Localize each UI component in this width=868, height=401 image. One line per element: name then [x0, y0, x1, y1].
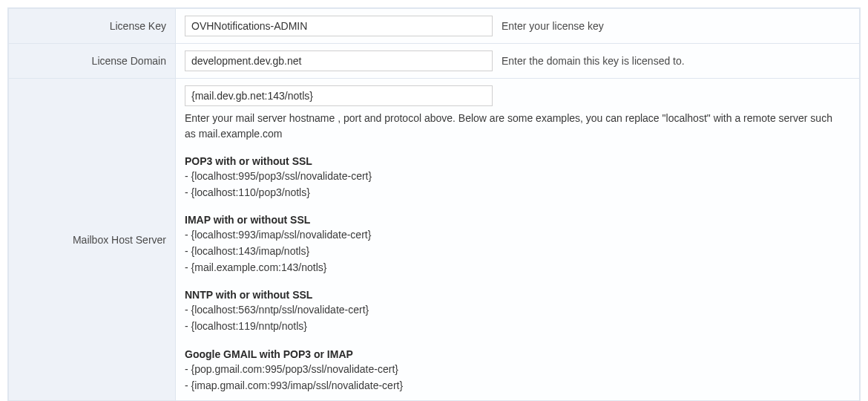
section-nntp: NNTP with or without SSL - {localhost:56… — [185, 289, 850, 334]
section-title: Google GMAIL with POP3 or IMAP — [185, 348, 850, 360]
hint-license-key: Enter your license key — [502, 20, 604, 32]
section-title: NNTP with or without SSL — [185, 289, 850, 301]
license-key-input[interactable] — [185, 16, 493, 36]
row-license-domain: License Domain Enter the domain this key… — [9, 44, 860, 79]
mailbox-help-text: Enter your mail server hostname , port a… — [185, 111, 845, 142]
example-line: - {imap.gmail.com:993/imap/ssl/novalidat… — [185, 378, 850, 394]
example-line: - {localhost:563/nntp/ssl/novalidate-cer… — [185, 302, 850, 319]
section-title: POP3 with or without SSL — [185, 155, 850, 167]
license-domain-input[interactable] — [185, 50, 493, 71]
section-title: IMAP with or without SSL — [185, 214, 850, 226]
section-imap: IMAP with or without SSL - {localhost:99… — [185, 214, 850, 276]
example-line: - {localhost:995/pop3/ssl/novalidate-cer… — [185, 169, 850, 185]
example-line: - {localhost:119/nntp/notls} — [185, 319, 850, 335]
example-line: - {localhost:993/imap/ssl/novalidate-cer… — [185, 227, 850, 244]
mailbox-host-input[interactable] — [185, 85, 493, 106]
section-gmail: Google GMAIL with POP3 or IMAP - {pop.gm… — [185, 348, 850, 394]
example-line: - {localhost:110/pop3/notls} — [185, 185, 850, 201]
hint-license-domain: Enter the domain this key is licensed to… — [502, 55, 685, 67]
row-license-key: License Key Enter your license key — [9, 9, 860, 44]
example-line: - {pop.gmail.com:995/pop3/ssl/novalidate… — [185, 362, 850, 378]
label-mailbox-host: Mailbox Host Server — [9, 79, 176, 401]
example-line: - {mail.example.com:143/notls} — [185, 260, 850, 276]
label-license-domain: License Domain — [9, 44, 176, 79]
example-line: - {localhost:143/imap/notls} — [185, 244, 850, 260]
section-pop3: POP3 with or without SSL - {localhost:99… — [185, 155, 850, 200]
settings-form: License Key Enter your license key Licen… — [7, 7, 861, 401]
label-license-key: License Key — [9, 9, 176, 44]
row-mailbox-host: Mailbox Host Server Enter your mail serv… — [9, 79, 860, 401]
